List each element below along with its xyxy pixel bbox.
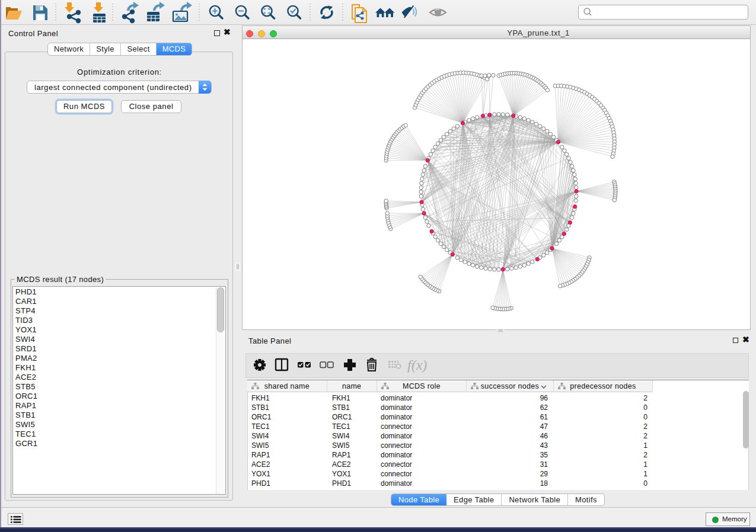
svg-text:f(x): f(x) [407, 357, 427, 373]
